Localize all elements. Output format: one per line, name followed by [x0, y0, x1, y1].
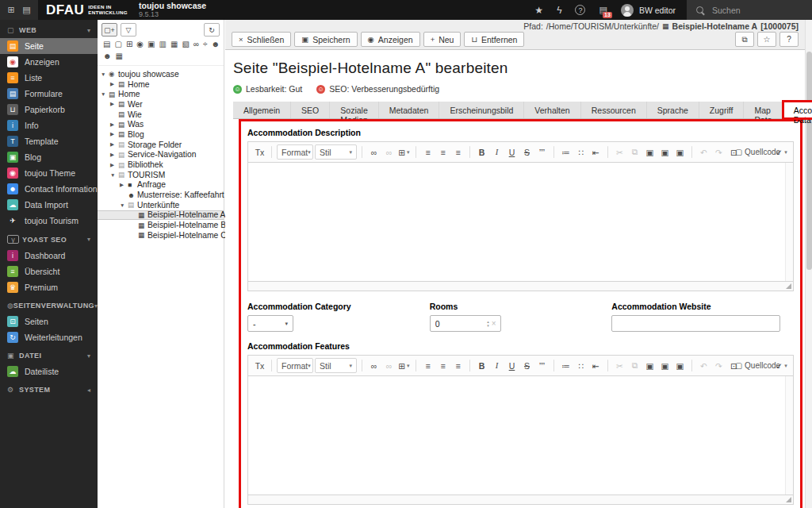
sidebar-item-seite[interactable]: ▤ Seite	[0, 38, 98, 54]
paste-button[interactable]: ▣	[643, 144, 657, 160]
spellcheck-button[interactable]: ✓	[775, 144, 788, 160]
refresh-icon[interactable]: ↻	[204, 23, 220, 37]
sidebar-item-anzeigen[interactable]: ◉ Anzeigen	[0, 54, 98, 70]
sidebar-item-weiterleitungen[interactable]: ↻ Weiterleitungen	[0, 329, 98, 345]
sidebar-item-formulare[interactable]: ▤ Formulare	[0, 86, 98, 102]
clear-cache-bolt-icon[interactable]: ϟ	[557, 5, 561, 16]
tree-item-service-navigation[interactable]: ▶ ▤ Service-Navigation	[98, 150, 224, 160]
features-editor-area[interactable]	[247, 376, 794, 495]
tab-map-data[interactable]: Map Data	[744, 102, 783, 118]
section-header-system[interactable]: ⚙ SYSTEM ◂	[0, 379, 98, 398]
blockquote-button[interactable]: ””	[535, 144, 549, 160]
paste-button[interactable]: ▣	[643, 358, 657, 373]
tab-ressourcen[interactable]: Ressourcen	[581, 102, 647, 118]
sidebar-item-data-import[interactable]: ☁ Data Import	[0, 197, 98, 213]
outdent-button[interactable]: ⇤	[589, 144, 603, 160]
sidebar-item-papierkorb[interactable]: ⊔ Papierkorb	[0, 102, 98, 117]
tree-caret-icon[interactable]: ▶	[110, 121, 118, 128]
tree-caret-icon[interactable]: ▶	[110, 101, 118, 107]
bold-button[interactable]: B	[475, 358, 488, 373]
table-button[interactable]: ⊞	[397, 144, 411, 160]
tree-caret-icon[interactable]: ▶	[120, 182, 128, 188]
align-right-button[interactable]: ≡	[451, 144, 465, 160]
tree-caret-icon[interactable]: ▼	[101, 71, 109, 77]
paste-plain-button[interactable]: ▣	[658, 358, 672, 373]
drag-page-type-icon[interactable]: ◉	[136, 40, 144, 48]
description-editor-area[interactable]	[247, 163, 794, 282]
tree-item-storage-folder[interactable]: ▶ ▤ Storage Folder	[98, 140, 224, 150]
link-button[interactable]: ∞	[367, 358, 381, 373]
sidebar-item-liste[interactable]: ≡ Liste	[0, 70, 98, 86]
tree-item-beispiel-hotelname-a[interactable]: ▦ Beispiel-Hotelname A	[98, 210, 224, 221]
drag-page-type-icon[interactable]: ∞	[193, 40, 199, 48]
website-input[interactable]	[611, 315, 780, 332]
tab-metadaten[interactable]: Metadaten	[379, 102, 440, 118]
delete-button[interactable]: ⊔ Entfernen	[464, 32, 524, 47]
drag-page-type-icon[interactable]: ⊞	[126, 40, 132, 48]
bookmark-button[interactable]: ☆	[757, 32, 776, 47]
outdent-button[interactable]: ⇤	[589, 358, 603, 373]
open-in-new-window-button[interactable]: ⧉	[735, 32, 754, 47]
strikethrough-button[interactable]: S	[520, 144, 534, 160]
help-button[interactable]: ?	[779, 32, 799, 47]
tree-item-musterreise-kaffeefahrt[interactable]: ☻ Musterreise: Kaffeefahrt	[98, 190, 224, 200]
tree-caret-icon[interactable]: ▶	[110, 131, 118, 137]
unordered-list-button[interactable]: ∷	[574, 144, 588, 160]
section-header-yoast-seo[interactable]: y YOAST SEO ▾	[0, 229, 98, 248]
open-documents-icon[interactable]: ▤ 13	[599, 5, 607, 15]
remove-format-button[interactable]: Tx	[253, 358, 266, 373]
tree-caret-icon[interactable]: ▶	[110, 152, 118, 158]
save-button[interactable]: ▣ Speichern	[294, 32, 357, 47]
sidebar-item-contact-information[interactable]: ☻ Contact Information	[0, 181, 98, 197]
tab-soziale-medien[interactable]: Soziale Medien	[330, 102, 378, 118]
sidebar-item-toujou-tourism[interactable]: ✈ toujou Tourism	[0, 213, 98, 229]
format-select[interactable]: Format	[277, 144, 313, 160]
sidebar-item-premium[interactable]: ♛ Premium	[0, 279, 98, 295]
tree-item-home[interactable]: ▼ ▤ Home	[98, 89, 224, 99]
drag-page-type-icon[interactable]: ☻	[103, 52, 112, 60]
drag-page-type-icon[interactable]: ▣	[147, 40, 155, 48]
tree-item-anfrage[interactable]: ▶ ■ Anfrage	[98, 180, 224, 190]
format-select[interactable]: Format	[277, 358, 313, 373]
sidebar-item-toujou-theme[interactable]: ◉ toujou Theme	[0, 165, 98, 181]
remove-format-button[interactable]: Tx	[253, 144, 266, 160]
section-header-datei[interactable]: ▣ DATEI ▾	[0, 345, 98, 364]
paste-plain-button[interactable]: ▣	[658, 144, 672, 160]
drag-page-type-icon[interactable]: ▤	[103, 40, 110, 48]
view-button[interactable]: ◉ Anzeigen	[361, 32, 420, 47]
new-page-button[interactable]: ▢+	[102, 23, 117, 37]
align-center-button[interactable]: ≡	[436, 358, 450, 373]
clear-icon[interactable]: ×	[492, 319, 496, 328]
underline-button[interactable]: U	[505, 144, 519, 160]
stepper-arrows-icon[interactable]: ▴▾	[487, 320, 489, 327]
category-select[interactable]: - ▾	[247, 315, 293, 332]
source-button[interactable]: ▢ Quellcode	[742, 358, 773, 373]
drag-page-type-icon[interactable]: ▢	[114, 40, 121, 48]
drag-page-type-icon[interactable]: ☻	[211, 40, 220, 48]
ordered-list-button[interactable]: ≔	[559, 144, 573, 160]
style-select[interactable]: Stil	[315, 358, 357, 373]
tree-item-beispiel-hotelname-b[interactable]: ▦ Beispiel-Hotelname B	[98, 220, 224, 230]
tree-caret-icon[interactable]: ▶	[110, 162, 118, 168]
user-name[interactable]: BW editor	[639, 6, 676, 15]
tree-caret-icon[interactable]: ▼	[101, 91, 109, 97]
tree-item-tourism[interactable]: ▼ ▤ TOURISM	[98, 170, 224, 180]
help-icon[interactable]: ?	[575, 5, 585, 15]
style-select[interactable]: Stil	[315, 144, 357, 160]
tab-accommodation-data[interactable]: Accommodation Data	[783, 102, 812, 118]
tab-seo[interactable]: SEO	[291, 102, 330, 118]
sidebar-item-dashboard[interactable]: i Dashboard	[0, 248, 98, 264]
tree-item-wer[interactable]: ▶ ▤ Wer	[98, 99, 224, 110]
tab-sprache[interactable]: Sprache	[647, 102, 699, 118]
tree-caret-icon[interactable]: ▼	[120, 202, 128, 208]
section-header-seitenverwaltung[interactable]: ◍ SEITENVERWALTUNG ▾	[0, 295, 98, 314]
tree-item-was[interactable]: ▶ ▤ Was	[98, 119, 224, 129]
tree-item-home-child[interactable]: ▶ ▤ Home	[98, 79, 224, 90]
close-button[interactable]: × Schließen	[232, 32, 291, 47]
paste-word-button[interactable]: ▣	[673, 358, 687, 373]
tab-erscheinungsbild[interactable]: Erscheinungsbild	[439, 102, 524, 118]
sidebar-item-uebersicht[interactable]: ≡ Übersicht	[0, 264, 98, 279]
main-scrollbar[interactable]	[805, 20, 812, 508]
search-input[interactable]	[712, 6, 799, 15]
bookmark-star-icon[interactable]: ★	[534, 5, 543, 16]
